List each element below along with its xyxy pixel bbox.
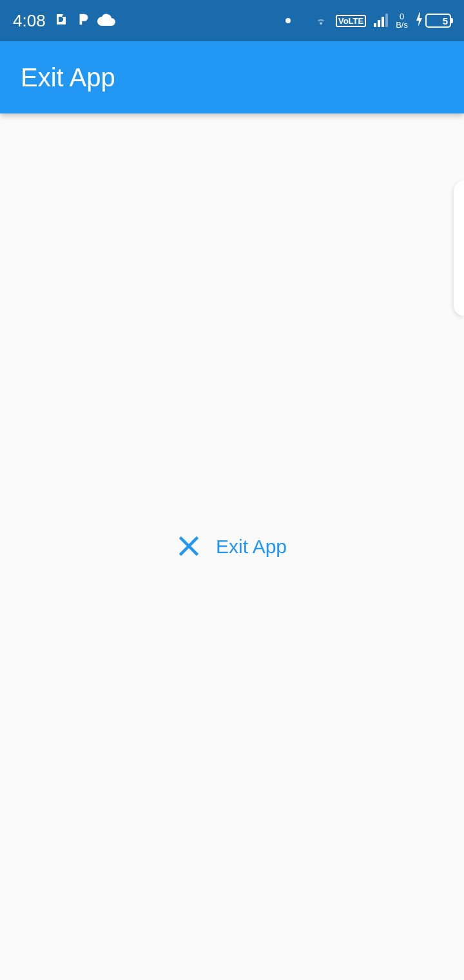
status-bar: 4:08 VoLTE 0 B/s: [0, 0, 464, 41]
pandora-icon: [77, 12, 91, 30]
exit-button-label: Exit App: [216, 536, 287, 558]
app-bar: Exit App: [0, 41, 464, 113]
main-content: Exit App: [0, 113, 464, 980]
charging-icon: [416, 12, 423, 29]
edge-panel-handle[interactable]: [454, 181, 464, 316]
net-speed-indicator: 0 B/s: [396, 12, 408, 29]
cloud-icon: [97, 13, 115, 28]
wifi-icon: [314, 14, 328, 28]
signal-icon: [374, 14, 388, 27]
status-time: 4:08: [13, 11, 46, 31]
battery-indicator: 5: [416, 12, 451, 29]
net-speed-unit: B/s: [396, 21, 408, 29]
status-left: 4:08: [13, 11, 115, 31]
notification-dot-icon: [285, 18, 291, 23]
volte-icon: VoLTE: [336, 15, 366, 27]
powerpoint-icon: [55, 12, 70, 30]
battery-icon: 5: [425, 14, 451, 28]
battery-level: 5: [443, 15, 448, 26]
svg-point-0: [320, 23, 322, 25]
close-icon: [177, 534, 200, 560]
page-title: Exit App: [21, 63, 115, 92]
exit-app-button[interactable]: Exit App: [164, 527, 300, 567]
status-app-icons: [55, 12, 115, 30]
status-right: VoLTE 0 B/s 5: [285, 12, 451, 29]
